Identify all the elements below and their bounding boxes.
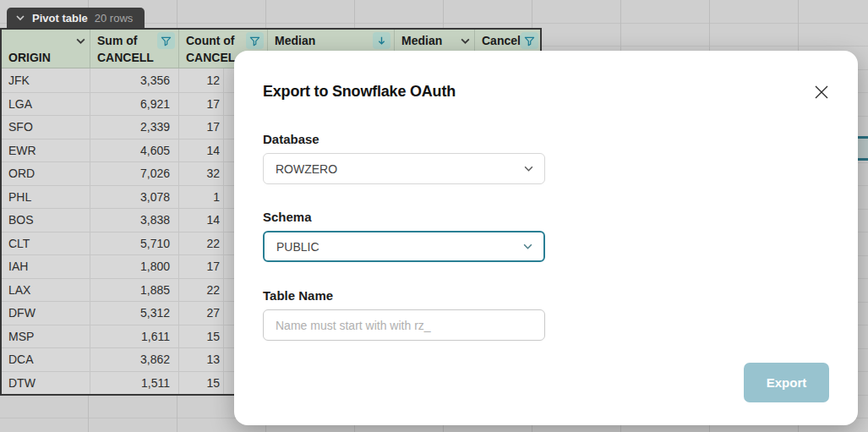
- cell-sum[interactable]: 1,511: [90, 372, 179, 395]
- header-line2: ORIGIN: [8, 51, 86, 66]
- cell-origin[interactable]: MSP: [2, 325, 90, 348]
- cell-sum[interactable]: 6,921: [90, 93, 179, 116]
- filter-icon[interactable]: [246, 32, 264, 49]
- pivot-header-origin[interactable]: ORIGIN: [2, 30, 90, 68]
- header-line1: Cancel: [482, 34, 521, 47]
- database-select[interactable]: ROWZERO: [263, 153, 545, 184]
- cell-sum[interactable]: 3,838: [90, 209, 179, 232]
- cell-sum[interactable]: 1,885: [90, 279, 179, 302]
- cell-origin[interactable]: DTW: [2, 372, 90, 395]
- cell-sum[interactable]: 3,862: [90, 348, 179, 371]
- cell-count[interactable]: 13: [179, 348, 224, 371]
- cell-sum[interactable]: 3,356: [90, 68, 179, 92]
- cell-sum[interactable]: 4,605: [90, 139, 179, 162]
- header-line1: Count of: [186, 34, 235, 47]
- cell-origin[interactable]: LGA: [2, 93, 90, 116]
- sort-down-icon[interactable]: [373, 32, 390, 49]
- cell-origin[interactable]: CLT: [2, 232, 90, 255]
- chevron-down-icon: [522, 241, 533, 252]
- cell-count[interactable]: 17: [179, 255, 224, 278]
- cell-count[interactable]: 22: [179, 279, 224, 302]
- cell-count[interactable]: 17: [179, 93, 224, 116]
- cell-sum[interactable]: 1,611: [90, 325, 179, 348]
- pivot-table-tab[interactable]: Pivot table 20 rows: [7, 8, 145, 28]
- schema-selected-value: PUBLIC: [276, 240, 319, 254]
- cell-origin[interactable]: EWR: [2, 139, 90, 162]
- chevron-down-icon[interactable]: [15, 13, 25, 23]
- header-line1: Median: [275, 34, 315, 47]
- cell-origin[interactable]: SFO: [2, 116, 90, 139]
- cell-origin[interactable]: ORD: [2, 162, 90, 185]
- cell-origin[interactable]: LAX: [2, 279, 90, 302]
- cell-origin[interactable]: DCA: [2, 348, 90, 371]
- cell-origin[interactable]: JFK: [2, 68, 90, 92]
- app-screen: Pivot table 20 rows ORIGINSum ofCANCELLC…: [0, 0, 868, 432]
- cell-sum[interactable]: 7,026: [90, 162, 179, 185]
- filter-icon[interactable]: [521, 32, 538, 49]
- pivot-tab-row-count: 20 rows: [95, 12, 134, 25]
- modal-title: Export to Snowflake OAuth: [263, 83, 456, 101]
- chevron-down-icon[interactable]: [460, 36, 471, 46]
- export-button[interactable]: Export: [744, 363, 829, 402]
- chevron-down-icon: [523, 163, 534, 174]
- cell-origin[interactable]: DFW: [2, 302, 90, 325]
- cell-count[interactable]: 1: [179, 186, 224, 209]
- table-name-input[interactable]: [263, 309, 545, 341]
- schema-label: Schema: [263, 210, 312, 224]
- cell-count[interactable]: 17: [179, 116, 224, 139]
- cell-sum[interactable]: 2,339: [90, 116, 179, 139]
- database-selected-value: ROWZERO: [276, 162, 337, 176]
- selected-cell-highlight[interactable]: [856, 136, 868, 161]
- close-icon[interactable]: [811, 81, 833, 103]
- schema-select[interactable]: PUBLIC: [263, 231, 545, 262]
- cell-count[interactable]: 12: [179, 68, 224, 92]
- cell-origin[interactable]: PHL: [2, 186, 90, 209]
- cell-count[interactable]: 14: [179, 139, 224, 162]
- chevron-down-icon[interactable]: [75, 36, 86, 46]
- export-modal: Export to Snowflake OAuth Database ROWZE…: [234, 51, 858, 425]
- table-name-label: Table Name: [263, 288, 333, 303]
- cell-sum[interactable]: 3,078: [90, 186, 179, 209]
- header-line2: CANCELL: [97, 51, 175, 66]
- cell-origin[interactable]: IAH: [2, 255, 90, 278]
- cell-sum[interactable]: 5,312: [90, 302, 179, 325]
- filter-icon[interactable]: [157, 32, 175, 49]
- cell-count[interactable]: 22: [179, 232, 224, 255]
- header-line1: Median: [401, 34, 442, 47]
- cell-origin[interactable]: BOS: [2, 209, 90, 232]
- cell-sum[interactable]: 1,800: [90, 255, 179, 278]
- cell-count[interactable]: 32: [179, 162, 224, 185]
- database-label: Database: [263, 132, 319, 146]
- cell-count[interactable]: 27: [179, 302, 224, 325]
- header-line1: Sum of: [97, 34, 137, 47]
- pivot-tab-label: Pivot table: [32, 12, 88, 25]
- cell-sum[interactable]: 5,710: [90, 232, 179, 255]
- cell-count[interactable]: 14: [179, 209, 224, 232]
- pivot-header-cancell[interactable]: Sum ofCANCELL: [90, 30, 179, 68]
- cell-count[interactable]: 15: [179, 372, 224, 395]
- cell-count[interactable]: 15: [179, 325, 224, 348]
